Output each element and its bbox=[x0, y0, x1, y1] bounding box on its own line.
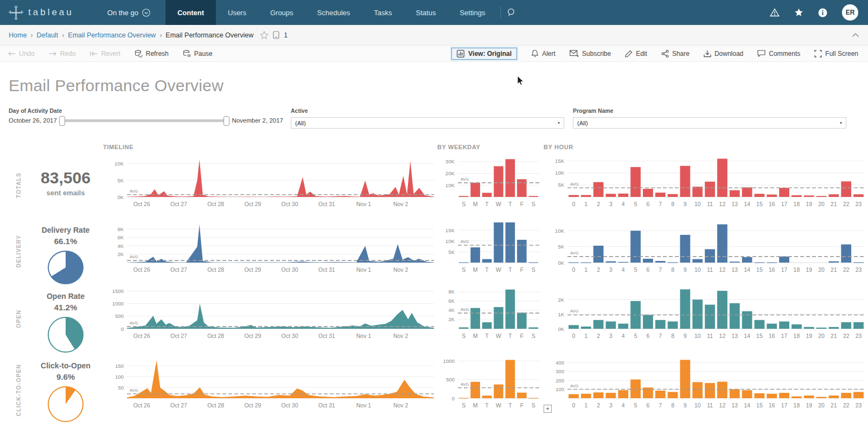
delivery-by-weekday-chart[interactable]: 15K10K5KSMTWTFSAVG bbox=[437, 218, 544, 284]
click-to-open-value: 9.6% bbox=[56, 372, 75, 381]
svg-text:16: 16 bbox=[769, 201, 775, 207]
svg-text:16: 16 bbox=[769, 266, 775, 273]
date-start: October 26, 2017 bbox=[9, 117, 57, 124]
svg-text:0: 0 bbox=[572, 333, 575, 339]
redo-button[interactable]: Redo bbox=[49, 50, 76, 58]
nav-item-groups[interactable]: Groups bbox=[258, 0, 305, 25]
svg-text:12: 12 bbox=[719, 201, 726, 207]
sheet-count-icon bbox=[273, 31, 279, 39]
svg-text:T: T bbox=[485, 266, 489, 273]
click-to-open-timeline-chart[interactable]: 15010050Oct 26Oct 27Oct 28Oct 29Oct 30Oc… bbox=[103, 354, 437, 426]
nav-item-content[interactable]: Content bbox=[165, 0, 216, 25]
revert-button[interactable]: Revert bbox=[90, 50, 120, 58]
delivery-by-hour-chart[interactable]: 10K5K0K012345678910111213141516171819202… bbox=[544, 218, 868, 284]
sheet-count: 1 bbox=[284, 31, 288, 39]
comments-button[interactable]: Comments bbox=[757, 50, 800, 58]
program-filter-label: Program Name bbox=[573, 107, 846, 114]
nav-right-icons: ER bbox=[770, 4, 858, 21]
svg-text:0K: 0K bbox=[558, 326, 564, 332]
svg-text:6K: 6K bbox=[448, 298, 455, 304]
delivery-rate-value: 66.1% bbox=[54, 237, 78, 246]
caret-down-icon: ▾ bbox=[840, 120, 842, 125]
svg-text:15K: 15K bbox=[445, 227, 455, 233]
fullscreen-button[interactable]: Full Screen bbox=[814, 50, 858, 58]
date-filter: Day of Activity Date October 26, 2017 No… bbox=[9, 107, 283, 129]
svg-text:7: 7 bbox=[659, 266, 662, 273]
svg-text:AVG: AVG bbox=[130, 254, 138, 259]
nav-item-users[interactable]: Users bbox=[216, 0, 258, 25]
subscribe-button[interactable]: Subscribe bbox=[570, 50, 611, 58]
delivery-timeline-chart[interactable]: 8K6K4K2KOct 26Oct 27Oct 28Oct 29Oct 30Oc… bbox=[103, 218, 437, 284]
program-filter-dropdown[interactable]: (All) ▾ bbox=[573, 117, 846, 129]
click-to-open-by-hour-chart[interactable]: 4003002001000123456789101112131415161718… bbox=[544, 354, 868, 426]
svg-text:2: 2 bbox=[597, 402, 600, 409]
svg-text:500: 500 bbox=[115, 313, 124, 319]
pause-button[interactable]: Pause bbox=[183, 50, 213, 58]
svg-text:20: 20 bbox=[818, 201, 825, 207]
slider-handle-end[interactable] bbox=[224, 116, 229, 126]
svg-text:17: 17 bbox=[781, 266, 788, 273]
view-toolbar: Undo Redo Revert Refresh Pause bbox=[0, 46, 868, 62]
svg-text:Nov 2: Nov 2 bbox=[393, 333, 409, 339]
info-icon[interactable] bbox=[818, 8, 827, 17]
svg-text:9: 9 bbox=[684, 201, 687, 207]
svg-text:10: 10 bbox=[694, 333, 701, 339]
svg-text:8: 8 bbox=[671, 333, 674, 339]
site-selector[interactable]: On the go bbox=[107, 9, 150, 17]
open-rate-title: Open Rate bbox=[47, 292, 85, 301]
svg-text:10K: 10K bbox=[114, 161, 124, 167]
svg-text:11: 11 bbox=[707, 266, 713, 273]
totals-by-hour-chart[interactable]: 15K10K5K01234567891011121314151617181920… bbox=[544, 152, 868, 218]
alert-button[interactable]: Alert bbox=[531, 49, 556, 58]
date-range-slider[interactable] bbox=[61, 119, 228, 122]
search-icon[interactable] bbox=[506, 7, 517, 18]
edit-button[interactable]: Edit bbox=[625, 50, 647, 58]
svg-text:Nov 1: Nov 1 bbox=[356, 201, 372, 207]
favorite-star-outline-icon[interactable] bbox=[260, 31, 269, 39]
open-by-weekday-chart[interactable]: 8K6K4K2KSMTWTFSAVG bbox=[437, 284, 544, 354]
svg-text:23: 23 bbox=[856, 201, 862, 207]
svg-text:1K: 1K bbox=[558, 311, 564, 317]
open-timeline-chart[interactable]: 150010005000Oct 26Oct 27Oct 28Oct 29Oct … bbox=[103, 284, 437, 354]
nav-item-tasks[interactable]: Tasks bbox=[362, 0, 404, 25]
undo-button[interactable]: Undo bbox=[8, 50, 35, 58]
svg-text:M: M bbox=[473, 333, 478, 339]
brand-text: tableau bbox=[28, 7, 74, 18]
collapse-chevron-up-icon[interactable] bbox=[852, 33, 859, 37]
share-button[interactable]: Share bbox=[661, 50, 690, 58]
svg-text:AVG: AVG bbox=[130, 388, 138, 393]
chevron-down-circle-icon bbox=[142, 9, 150, 17]
nav-item-settings[interactable]: Settings bbox=[448, 0, 497, 25]
svg-text:AVG: AVG bbox=[461, 177, 469, 182]
svg-text:10K: 10K bbox=[555, 228, 565, 234]
click-to-open-by-weekday-chart[interactable]: 10005000SMTWTFSAVG bbox=[437, 354, 544, 426]
svg-text:S: S bbox=[532, 201, 535, 207]
favorites-star-icon[interactable] bbox=[794, 8, 803, 17]
open-by-hour-chart[interactable]: 2K1K0K0123456789101112131415161718192021… bbox=[544, 284, 868, 354]
breadcrumb-project[interactable]: Default bbox=[37, 31, 59, 39]
user-avatar[interactable]: ER bbox=[842, 4, 858, 21]
refresh-button[interactable]: Refresh bbox=[135, 50, 169, 58]
svg-text:AVG: AVG bbox=[461, 307, 469, 312]
zoom-in-button[interactable]: + bbox=[544, 405, 552, 413]
totals-by-weekday-chart[interactable]: 30K20K10KSMTWTFSAVG bbox=[437, 152, 544, 218]
nav-item-schedules[interactable]: Schedules bbox=[305, 0, 362, 25]
alerts-warning-icon[interactable] bbox=[770, 8, 780, 17]
breadcrumb-separator: › bbox=[62, 31, 64, 39]
nav-item-status[interactable]: Status bbox=[404, 0, 448, 25]
svg-text:Oct 29: Oct 29 bbox=[244, 266, 261, 273]
svg-text:22: 22 bbox=[843, 201, 850, 207]
slider-handle-start[interactable] bbox=[59, 116, 65, 126]
svg-text:17: 17 bbox=[781, 402, 788, 409]
view-original-button[interactable]: View: Original bbox=[451, 48, 517, 60]
svg-text:9: 9 bbox=[684, 402, 687, 409]
active-filter-dropdown[interactable]: (All) ▾ bbox=[291, 117, 564, 129]
download-button[interactable]: Download bbox=[704, 50, 743, 58]
svg-text:150: 150 bbox=[115, 363, 124, 369]
breadcrumb-workbook[interactable]: Email Performance Overview bbox=[68, 31, 156, 39]
breadcrumb-home[interactable]: Home bbox=[9, 31, 27, 39]
totals-timeline-chart[interactable]: 10K5K0KOct 26Oct 27Oct 28Oct 29Oct 30Oct… bbox=[103, 152, 437, 218]
svg-text:T: T bbox=[485, 333, 489, 339]
svg-text:8: 8 bbox=[671, 201, 674, 207]
svg-text:8K: 8K bbox=[117, 226, 124, 232]
